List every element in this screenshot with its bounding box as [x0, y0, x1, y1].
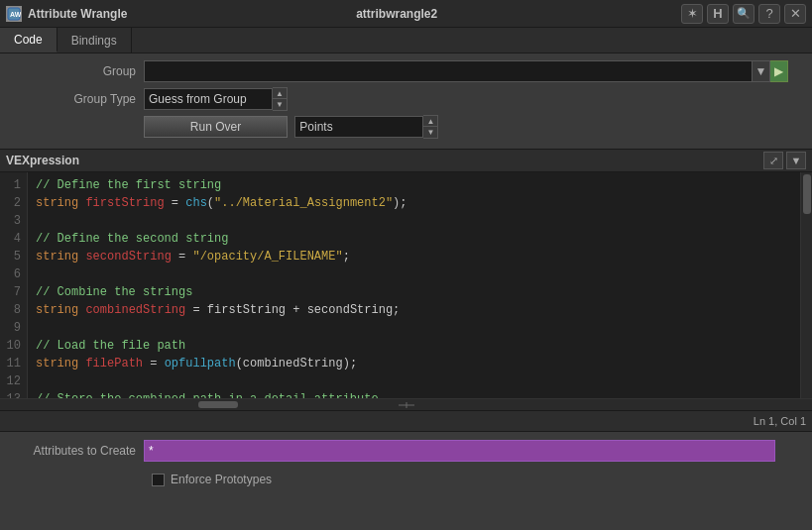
enforce-row: Enforce Prototypes	[0, 468, 812, 491]
group-label: Group	[0, 64, 144, 78]
bottom-area: Attributes to Create * Enforce Prototype…	[0, 432, 812, 503]
code-status-bar: Ln 1, Col 1	[0, 410, 812, 432]
form-area: Group ▼ ▶ Group Type Guess from Group ▲ …	[0, 53, 812, 149]
run-over-arrows: ▲ ▼	[423, 115, 438, 139]
code-scrollbar-h[interactable]	[0, 398, 812, 410]
gear-btn[interactable]: ✶	[681, 4, 703, 24]
ln-col-status: Ln 1, Col 1	[754, 415, 806, 427]
vexpression-label: VEXpression	[6, 154, 79, 167]
title-bar: AW Attribute Wrangle attribwrangle2 ✶ H …	[0, 0, 812, 28]
tab-bindings[interactable]: Bindings	[58, 28, 132, 53]
group-row: Group ▼ ▶	[0, 59, 812, 83]
scrollbar-thumb-v[interactable]	[803, 174, 811, 214]
group-dropdown-btn[interactable]: ▼	[753, 60, 770, 82]
line-numbers: 1 2 3 4 5 6 7 8 9 10 11 12 13 14 15	[0, 172, 28, 398]
tab-code[interactable]: Code	[0, 28, 58, 53]
close-btn[interactable]: ✕	[784, 4, 806, 24]
run-over-spinner: Points ▲ ▼	[294, 115, 438, 139]
scrollbar-thumb-h[interactable]	[198, 401, 238, 408]
node-name: attribwrangle2	[356, 7, 681, 21]
group-arrow-btn[interactable]: ▶	[770, 60, 788, 82]
attributes-row: Attributes to Create *	[0, 440, 812, 462]
code-container: 1 2 3 4 5 6 7 8 9 10 11 12 13 14 15 // D…	[0, 172, 812, 398]
group-type-spinner: Guess from Group ▲ ▼	[144, 87, 288, 111]
info-btn[interactable]: ?	[758, 4, 780, 24]
code-editor[interactable]: // Define the first string string firstS…	[28, 172, 800, 398]
group-type-row: Group Type Guess from Group ▲ ▼	[0, 87, 812, 111]
vexpression-btns: ⤢ ▼	[763, 152, 806, 169]
enforce-checkbox-label: Enforce Prototypes	[171, 473, 272, 486]
enforce-checkbox-wrap: Enforce Prototypes	[144, 473, 272, 486]
group-input-wrap: ▼ ▶	[144, 60, 788, 82]
search-btn[interactable]: 🔍	[733, 4, 754, 24]
svg-text:AW: AW	[10, 11, 21, 18]
vexpression-header: VEXpression ⤢ ▼	[0, 149, 812, 172]
titlebar-buttons: ✶ H 🔍 ? ✕	[681, 4, 806, 24]
app-name: Attribute Wrangle	[28, 7, 353, 21]
tab-bar: Code Bindings	[0, 28, 812, 53]
run-over-down[interactable]: ▼	[423, 127, 437, 138]
attributes-label: Attributes to Create	[0, 444, 144, 458]
help-h-btn[interactable]: H	[707, 4, 729, 24]
vexpression-expand-btn[interactable]: ⤢	[763, 152, 783, 169]
run-over-input[interactable]: Points	[294, 116, 423, 138]
code-scrollbar-v[interactable]	[800, 172, 812, 398]
app-icon: AW	[6, 6, 22, 22]
run-over-row: Run Over Points ▲ ▼	[0, 115, 812, 139]
group-input[interactable]	[144, 60, 753, 82]
group-type-down[interactable]: ▼	[273, 99, 287, 110]
vexpression-menu-btn[interactable]: ▼	[786, 152, 806, 169]
attributes-input[interactable]: *	[144, 440, 775, 462]
run-over-up[interactable]: ▲	[423, 116, 437, 127]
group-type-label: Group Type	[0, 92, 144, 106]
enforce-checkbox[interactable]	[152, 474, 165, 486]
group-type-arrows: ▲ ▼	[273, 87, 288, 111]
group-type-up[interactable]: ▲	[273, 88, 287, 99]
group-type-input[interactable]: Guess from Group	[144, 88, 273, 110]
run-over-button[interactable]: Run Over	[144, 116, 288, 138]
